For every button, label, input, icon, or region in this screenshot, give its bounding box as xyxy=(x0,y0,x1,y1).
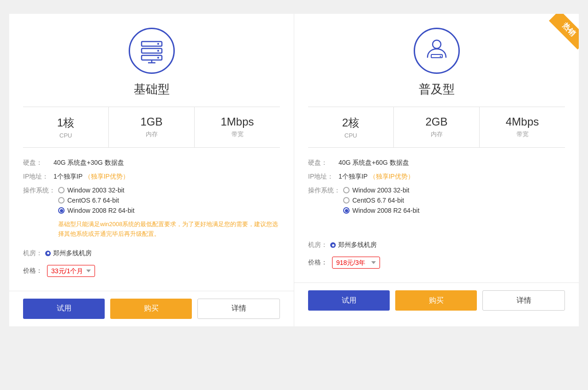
price-select[interactable]: 33元/1个月66元/2个月99元/3个月330元/1年 xyxy=(47,265,95,277)
spec-label-2: 带宽 xyxy=(480,130,565,138)
radio-1 xyxy=(58,197,65,204)
radio-1 xyxy=(343,197,350,204)
os-options: Window 2003 32-bit CentOS 6.7 64-bit Win… xyxy=(58,186,280,244)
datacenter-value: 郑州多线机房 xyxy=(45,249,92,258)
card-popular: 热销 普及型 2核 CPU 2GB 内存 4Mbps 带宽 硬盘： xyxy=(294,14,579,326)
svg-point-4 xyxy=(157,50,159,52)
card-icon xyxy=(129,28,175,74)
disk-row: 硬盘： 40G 系统盘+30G 数据盘 xyxy=(23,159,280,167)
ip-value: 1个独享IP （独享IP优势） xyxy=(339,173,414,181)
os-section: 操作系统： Window 2003 32-bit CentOS 6.7 64-b… xyxy=(308,186,565,235)
spec-item-2: 1Mbps 带宽 xyxy=(195,107,280,147)
radio-0 xyxy=(343,187,350,193)
spec-value-2: 1Mbps xyxy=(195,115,280,128)
os-option-1[interactable]: CentOS 6.7 64-bit xyxy=(58,197,280,204)
card-header: 基础型 xyxy=(23,28,280,97)
trial-button[interactable]: 试用 xyxy=(308,290,390,311)
card-footer: 试用 购买 详情 xyxy=(9,291,294,326)
datacenter-dot xyxy=(45,251,51,256)
os-option-0[interactable]: Window 2003 32-bit xyxy=(343,186,420,194)
card-basic: 基础型 1核 CPU 1GB 内存 1Mbps 带宽 硬盘： 40G 系统盘+3… xyxy=(9,14,294,326)
disk-label: 硬盘： xyxy=(23,159,51,167)
os-option-label-2: Window 2008 R2 64-bit xyxy=(352,207,420,214)
os-option-1[interactable]: CentOS 6.7 64-bit xyxy=(343,197,420,204)
svg-point-8 xyxy=(433,40,441,48)
price-row: 价格： 33元/1个月66元/2个月99元/3个月330元/1年 xyxy=(23,265,280,277)
cards-container: 基础型 1核 CPU 1GB 内存 1Mbps 带宽 硬盘： 40G 系统盘+3… xyxy=(9,14,579,326)
spec-item-0: 1核 CPU xyxy=(23,107,109,147)
os-option-2[interactable]: Window 2008 R2 64-bit xyxy=(343,207,420,214)
svg-point-5 xyxy=(157,57,159,59)
ip-label: IP地址： xyxy=(308,173,336,181)
price-row: 价格： 918元/3年33元/1个月330元/1年 xyxy=(308,257,565,269)
radio-0 xyxy=(58,187,65,193)
os-options: Window 2003 32-bit CentOS 6.7 64-bit Win… xyxy=(343,186,420,235)
buy-button[interactable]: 购买 xyxy=(395,290,477,311)
spec-item-1: 1GB 内存 xyxy=(109,107,195,147)
trial-button[interactable]: 试用 xyxy=(23,299,105,319)
price-select[interactable]: 918元/3年33元/1个月330元/1年 xyxy=(332,257,380,269)
warning-text: 基础型只能满足win2008系统的最低配置要求，为了更好地满足您的需要，建议您选… xyxy=(58,220,280,239)
card-title: 普及型 xyxy=(419,81,455,97)
datacenter-row: 机房： 郑州多线机房 xyxy=(23,249,280,258)
ip-link[interactable]: （独享IP优势） xyxy=(369,173,414,180)
os-option-label-0: Window 2003 32-bit xyxy=(67,186,125,194)
specs-row: 1核 CPU 1GB 内存 1Mbps 带宽 xyxy=(23,107,280,148)
disk-label: 硬盘： xyxy=(308,159,336,167)
specs-row: 2核 CPU 2GB 内存 4Mbps 带宽 xyxy=(308,107,565,148)
card-footer: 试用 购买 详情 xyxy=(294,282,579,318)
datacenter-dot xyxy=(330,242,336,248)
detail-button[interactable]: 详情 xyxy=(482,290,565,311)
svg-point-10 xyxy=(440,56,441,57)
os-option-label-2: Window 2008 R2 64-bit xyxy=(67,207,135,214)
datacenter-row: 机房： 郑州多线机房 xyxy=(308,241,565,249)
buy-button[interactable]: 购买 xyxy=(110,299,192,319)
ip-label: IP地址： xyxy=(23,173,51,181)
info-section: 硬盘： 40G 系统盘+60G 数据盘 IP地址： 1个独享IP （独享IP优势… xyxy=(308,159,565,282)
svg-point-3 xyxy=(157,43,159,45)
radio-2 xyxy=(343,207,350,214)
price-label: 价格： xyxy=(308,258,327,267)
datacenter-label: 机房： xyxy=(23,249,42,258)
card-icon xyxy=(414,28,460,74)
os-option-label-0: Window 2003 32-bit xyxy=(352,186,410,194)
spec-label-0: CPU xyxy=(308,132,393,139)
disk-value: 40G 系统盘+60G 数据盘 xyxy=(339,159,409,167)
spec-label-1: 内存 xyxy=(394,130,479,138)
spec-value-0: 1核 xyxy=(23,115,108,130)
datacenter-label: 机房： xyxy=(308,241,327,249)
spec-item-2: 4Mbps 带宽 xyxy=(480,107,565,147)
spec-value-2: 4Mbps xyxy=(480,115,565,128)
datacenter-value: 郑州多线机房 xyxy=(330,241,377,249)
spec-value-1: 2GB xyxy=(394,115,479,128)
info-section: 硬盘： 40G 系统盘+30G 数据盘 IP地址： 1个独享IP （独享IP优势… xyxy=(23,159,280,291)
disk-value: 40G 系统盘+30G 数据盘 xyxy=(53,159,124,167)
disk-row: 硬盘： 40G 系统盘+60G 数据盘 xyxy=(308,159,565,167)
spec-value-0: 2核 xyxy=(308,115,393,130)
os-label: 操作系统： xyxy=(23,186,55,195)
card-header: 普及型 xyxy=(308,28,565,97)
os-label: 操作系统： xyxy=(308,186,340,195)
os-option-0[interactable]: Window 2003 32-bit xyxy=(58,186,280,194)
os-option-label-1: CentOS 6.7 64-bit xyxy=(67,197,119,204)
spec-label-2: 带宽 xyxy=(195,130,280,138)
spec-item-0: 2核 CPU xyxy=(308,107,394,147)
os-section: 操作系统： Window 2003 32-bit CentOS 6.7 64-b… xyxy=(23,186,280,244)
detail-button[interactable]: 详情 xyxy=(197,299,280,319)
ip-row: IP地址： 1个独享IP （独享IP优势） xyxy=(308,173,565,181)
spec-label-1: 内存 xyxy=(109,130,194,138)
ip-link[interactable]: （独享IP优势） xyxy=(84,173,129,180)
card-title: 基础型 xyxy=(134,81,170,97)
os-option-label-1: CentOS 6.7 64-bit xyxy=(352,197,404,204)
spec-label-0: CPU xyxy=(23,132,108,139)
price-label: 价格： xyxy=(23,267,42,275)
radio-2 xyxy=(58,207,65,214)
ip-value: 1个独享IP （独享IP优势） xyxy=(53,173,129,181)
spec-value-1: 1GB xyxy=(109,115,194,128)
spec-item-1: 2GB 内存 xyxy=(394,107,480,147)
os-option-2[interactable]: Window 2008 R2 64-bit xyxy=(58,207,280,214)
ip-row: IP地址： 1个独享IP （独享IP优势） xyxy=(23,173,280,181)
